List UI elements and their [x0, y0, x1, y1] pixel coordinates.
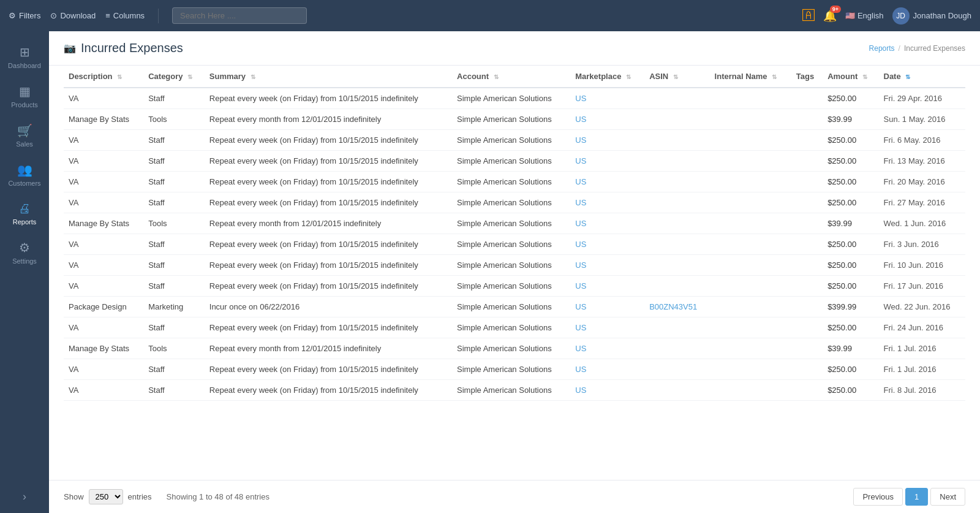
sidebar-expand-button[interactable]: ›: [13, 481, 36, 513]
cell-tags: [791, 88, 823, 109]
cell-category: Staff: [143, 380, 205, 401]
cell-account: Simple American Solutions: [452, 234, 570, 255]
sidebar-item-dashboard[interactable]: ⊞ Dashboard: [0, 37, 49, 77]
cell-tags: [791, 192, 823, 213]
page-1-button[interactable]: 1: [905, 488, 928, 506]
cell-marketplace[interactable]: US: [570, 338, 644, 359]
download-button[interactable]: ⊙ Download: [50, 11, 96, 20]
cell-asin[interactable]: [644, 338, 709, 359]
cell-account: Simple American Solutions: [452, 192, 570, 213]
cell-description: VA: [64, 317, 143, 338]
pagination: Previous 1 Next: [853, 488, 965, 506]
cell-tags: [791, 109, 823, 130]
cell-date: Fri. 6 May. 2016: [879, 130, 966, 151]
page-title-icon: 📷: [64, 42, 76, 54]
cell-category: Staff: [143, 88, 205, 109]
cell-internal_name: [710, 151, 791, 172]
cell-asin[interactable]: [644, 255, 709, 276]
cell-description: VA: [64, 255, 143, 276]
cell-tags: [791, 130, 823, 151]
cell-category: Staff: [143, 255, 205, 276]
cell-asin[interactable]: [644, 172, 709, 192]
sidebar-item-settings[interactable]: ⚙ Settings: [0, 233, 49, 272]
cell-description: VA: [64, 359, 143, 380]
table-wrapper: Description ⇅ Category ⇅ Summary ⇅ Accou…: [49, 66, 980, 480]
col-asin[interactable]: ASIN ⇅: [644, 66, 709, 88]
cell-marketplace[interactable]: US: [570, 172, 644, 192]
cell-asin[interactable]: [644, 276, 709, 297]
cell-internal_name: [710, 234, 791, 255]
cell-marketplace[interactable]: US: [570, 88, 644, 109]
columns-icon: ≡: [105, 11, 110, 20]
cell-account: Simple American Solutions: [452, 338, 570, 359]
breadcrumb-reports[interactable]: Reports: [869, 44, 895, 53]
cell-amount: $399.99: [823, 297, 878, 317]
cell-marketplace[interactable]: US: [570, 151, 644, 172]
col-summary[interactable]: Summary ⇅: [205, 66, 452, 88]
cell-asin[interactable]: [644, 151, 709, 172]
table-row: VAStaffRepeat every week (on Friday) fro…: [64, 151, 965, 172]
cell-asin[interactable]: [644, 192, 709, 213]
col-account[interactable]: Account ⇅: [452, 66, 570, 88]
cell-amount: $250.00: [823, 317, 878, 338]
col-amount[interactable]: Amount ⇅: [823, 66, 878, 88]
sidebar-item-sales[interactable]: 🛒 Sales: [0, 116, 49, 155]
cell-marketplace[interactable]: US: [570, 359, 644, 380]
filters-button[interactable]: ⚙ Filters: [9, 11, 40, 20]
cell-marketplace[interactable]: US: [570, 192, 644, 213]
cell-asin[interactable]: [644, 88, 709, 109]
next-button[interactable]: Next: [930, 488, 965, 506]
previous-button[interactable]: Previous: [853, 488, 903, 506]
cell-asin[interactable]: [644, 109, 709, 130]
cell-marketplace[interactable]: US: [570, 255, 644, 276]
amazon-icon[interactable]: 🄰: [802, 9, 815, 23]
cell-asin[interactable]: [644, 359, 709, 380]
cell-marketplace[interactable]: US: [570, 213, 644, 234]
cell-summary: Incur once on 06/22/2016: [205, 297, 452, 317]
cell-marketplace[interactable]: US: [570, 380, 644, 401]
cell-asin[interactable]: B00ZN43V51: [644, 297, 709, 317]
user-menu[interactable]: JD Jonathan Dough: [892, 7, 971, 25]
cell-marketplace[interactable]: US: [570, 317, 644, 338]
sidebar-label-settings: Settings: [12, 257, 37, 265]
content-header: 📷 Incurred Expenses Reports / Incurred E…: [49, 31, 980, 66]
sidebar-item-reports[interactable]: 🖨 Reports: [0, 194, 49, 233]
download-icon: ⊙: [50, 11, 57, 20]
col-tags[interactable]: Tags: [791, 66, 823, 88]
page-title: Incurred Expenses: [81, 41, 183, 55]
cell-asin[interactable]: [644, 234, 709, 255]
sidebar-item-customers[interactable]: 👥 Customers: [0, 155, 49, 194]
cell-asin[interactable]: [644, 213, 709, 234]
col-date[interactable]: Date ⇅: [879, 66, 966, 88]
language-selector[interactable]: 🇺🇸 English: [845, 11, 884, 20]
settings-icon: ⚙: [19, 240, 30, 255]
cell-marketplace[interactable]: US: [570, 130, 644, 151]
cell-tags: [791, 359, 823, 380]
table-row: Manage By StatsToolsRepeat every month f…: [64, 213, 965, 234]
col-description[interactable]: Description ⇅: [64, 66, 143, 88]
col-internal-name[interactable]: Internal Name ⇅: [710, 66, 791, 88]
cell-marketplace[interactable]: US: [570, 297, 644, 317]
search-input[interactable]: [172, 7, 307, 24]
cell-marketplace[interactable]: US: [570, 234, 644, 255]
cell-internal_name: [710, 213, 791, 234]
cell-marketplace[interactable]: US: [570, 109, 644, 130]
table-row: VAStaffRepeat every week (on Friday) fro…: [64, 359, 965, 380]
columns-button[interactable]: ≡ Columns: [105, 11, 145, 20]
cell-amount: $250.00: [823, 130, 878, 151]
cell-marketplace[interactable]: US: [570, 276, 644, 297]
entries-select[interactable]: 250 10 25 50 100: [89, 489, 123, 504]
table-body: VAStaffRepeat every week (on Friday) fro…: [64, 88, 965, 401]
sidebar-item-products[interactable]: ▦ Products: [0, 77, 49, 116]
cell-date: Fri. 27 May. 2016: [879, 192, 966, 213]
cell-asin[interactable]: [644, 130, 709, 151]
table-row: VAStaffRepeat every week (on Friday) fro…: [64, 88, 965, 109]
cell-internal_name: [710, 359, 791, 380]
notification-bell[interactable]: 🔔 9+: [823, 9, 837, 23]
cell-amount: $250.00: [823, 234, 878, 255]
cell-asin[interactable]: [644, 380, 709, 401]
col-marketplace[interactable]: Marketplace ⇅: [570, 66, 644, 88]
cell-asin[interactable]: [644, 317, 709, 338]
col-category[interactable]: Category ⇅: [143, 66, 205, 88]
cell-summary: Repeat every week (on Friday) from 10/15…: [205, 317, 452, 338]
